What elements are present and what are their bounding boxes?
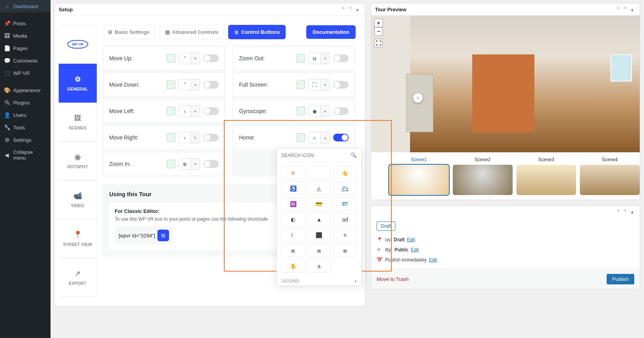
icon-option[interactable]: 👆 [333, 166, 357, 179]
control-gyroscope: Gyroscope: ◉▾ [234, 100, 354, 122]
toggle-move-right[interactable] [203, 134, 219, 141]
panel-toggle-icon[interactable]: ▴ [354, 6, 361, 13]
icon-option-none[interactable]: ⊘ [281, 166, 305, 179]
color-picker[interactable] [297, 80, 305, 89]
icon-option[interactable]: 💳 [307, 197, 331, 211]
icon-option[interactable]: 🆔 [281, 197, 305, 211]
icon-option[interactable]: ≣ [307, 244, 331, 257]
color-picker[interactable] [167, 107, 175, 115]
documentation-button[interactable]: Documentation [306, 25, 356, 39]
toggle-gyroscope[interactable] [333, 107, 349, 115]
scene-thumb-3[interactable]: Scene3 [517, 157, 576, 195]
toggle-zoom-in[interactable] [203, 160, 219, 168]
icon-option[interactable]: ♿ [281, 182, 305, 195]
move-to-trash-link[interactable]: Move to Trash [377, 276, 408, 282]
toggle-move-up[interactable] [203, 54, 219, 62]
icon-option[interactable]: ⬛ [307, 228, 331, 242]
fullscreen-button[interactable]: ⛶ [374, 39, 383, 47]
icon-option[interactable]: ◬ [307, 182, 331, 195]
color-picker[interactable] [297, 133, 305, 142]
scene-hotspot[interactable]: ↑ [413, 93, 422, 103]
panel-down-icon[interactable]: ˅ [622, 208, 629, 215]
vertical-tabs: WP VR ⚙GENERAL 🖼SCENES ◉HOTSPOT 📹VIDEO 📍… [59, 25, 97, 297]
icon-option[interactable]: ☾ [281, 228, 305, 242]
tab-scenes[interactable]: 🖼SCENES [59, 103, 97, 141]
dropdown-caret[interactable]: ▾ [320, 106, 330, 117]
color-picker[interactable] [167, 160, 175, 168]
menu-pages[interactable]: 📄Pages [0, 42, 51, 54]
icon-option[interactable]: ▲ [307, 213, 331, 226]
icon-option[interactable]: ≡ [333, 228, 357, 242]
dropdown-caret[interactable]: ▾ [190, 132, 200, 143]
menu-media[interactable]: 🖼Media [0, 30, 51, 42]
color-picker[interactable] [167, 133, 175, 142]
scene-thumb-4[interactable]: Scene4 [580, 157, 640, 195]
edit-visibility-link[interactable]: Edit [411, 247, 419, 253]
toggle-zoom-out[interactable] [333, 54, 349, 62]
color-picker[interactable] [167, 54, 175, 63]
icon-option[interactable]: a [307, 260, 331, 273]
dropdown-caret[interactable]: ▾ [320, 79, 330, 90]
minus-icon: ⊖ [309, 53, 320, 64]
tab-general[interactable]: ⚙GENERAL [59, 64, 97, 103]
edit-date-link[interactable]: Edit [429, 257, 437, 263]
icon-option[interactable]: ad [333, 213, 357, 226]
toggle-move-down[interactable] [203, 81, 219, 89]
icon-option[interactable] [307, 166, 331, 179]
tab-control-buttons[interactable]: ⫼Control Buttons [228, 25, 286, 39]
publish-button[interactable]: Publish [607, 274, 634, 284]
dropdown-caret[interactable]: ▾ [190, 106, 200, 117]
dropdown-caret[interactable]: ▾ [320, 53, 330, 64]
icon-option[interactable]: ✋ [281, 260, 305, 273]
icon-search-input[interactable] [281, 153, 348, 158]
menu-comments[interactable]: 💬Comments [0, 54, 51, 67]
menu-settings[interactable]: ⚙Settings [0, 134, 51, 146]
panel-up-icon[interactable]: ˄ [340, 6, 347, 13]
zoom-out-button[interactable]: − [374, 27, 383, 36]
panel-toggle-icon[interactable]: ▴ [629, 6, 636, 13]
panel-toggle-icon[interactable]: ▴ [629, 208, 636, 215]
icon-option[interactable]: ≣ [333, 244, 357, 257]
scene-thumb-1[interactable]: Scene1 [389, 157, 449, 195]
toggle-move-left[interactable] [203, 107, 219, 115]
panel-up-icon[interactable]: ˄ [615, 6, 622, 13]
menu-wpvr[interactable]: ⬚WP VR [0, 67, 51, 79]
panel-down-icon[interactable]: ˅ [622, 6, 629, 13]
panel-down-icon[interactable]: ˅ [347, 6, 354, 13]
tab-advanced-controls[interactable]: ▦Advanced Controls [159, 25, 224, 39]
menu-users[interactable]: 👤Users [0, 109, 51, 121]
icon-option[interactable]: ≣ [281, 244, 305, 257]
tab-video[interactable]: 📹VIDEO [59, 180, 97, 219]
menu-dashboard[interactable]: ⌂Dashboard [0, 0, 51, 12]
tab-streetview[interactable]: 📍STREET VIEW [59, 219, 97, 258]
controls-left-col: Move Up: ˄▾ Move Down: ˅▾ Move L [102, 45, 226, 177]
edit-status-link[interactable]: Edit [407, 237, 415, 242]
scene-thumb-2[interactable]: Scene2 [453, 157, 513, 195]
menu-collapse[interactable]: ◀Collapse menu [0, 146, 51, 164]
icon-option[interactable]: ◐ [281, 213, 305, 226]
save-draft-button[interactable]: Draft [377, 221, 395, 231]
tab-hotspot[interactable]: ◉HOTSPOT [59, 141, 97, 180]
toggle-fullscreen[interactable] [333, 81, 349, 89]
menu-plugins[interactable]: 🔌Plugins [0, 96, 51, 109]
dropdown-caret[interactable]: ▴ [320, 132, 330, 143]
tab-export[interactable]: ↗EXPORT [59, 258, 97, 297]
panel-up-icon[interactable]: ˄ [615, 208, 622, 215]
panorama-viewer[interactable]: ↑ + − ⛶ [371, 16, 640, 152]
dropdown-caret[interactable]: ▾ [190, 159, 200, 169]
copy-shortcode-button[interactable]: ⧉ [157, 230, 169, 241]
dropdown-caret[interactable]: ▾ [190, 79, 200, 90]
zoom-in-button[interactable]: + [374, 19, 383, 27]
menu-appearance[interactable]: 🎨Appearance [0, 84, 51, 96]
icon-option[interactable]: 📇 [333, 182, 357, 195]
icon-option[interactable]: 🪪 [333, 197, 357, 211]
next-page-icon[interactable]: ▸ [355, 279, 357, 283]
color-picker[interactable] [297, 107, 305, 115]
color-picker[interactable] [297, 54, 305, 63]
menu-posts[interactable]: 📌Posts [0, 17, 51, 30]
dropdown-caret[interactable]: ▾ [190, 53, 200, 64]
menu-tools[interactable]: 🔧Tools [0, 121, 51, 134]
toggle-home[interactable] [333, 134, 349, 141]
color-picker[interactable] [167, 80, 175, 89]
tab-basic-settings[interactable]: ⊞Basic Settings [102, 25, 155, 39]
